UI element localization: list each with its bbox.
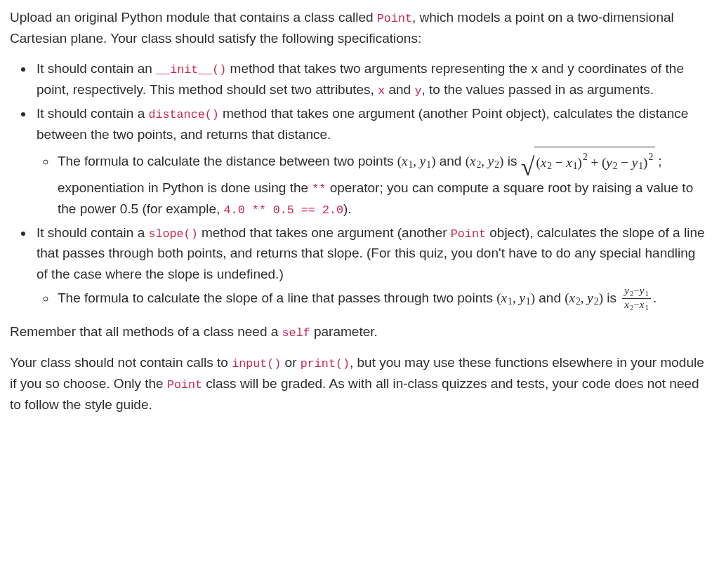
code-print: print() <box>301 357 350 370</box>
spec-distance-formula: The formula to calculate the distance be… <box>56 147 709 220</box>
text: parameter. <box>310 324 378 339</box>
code-distance: distance() <box>149 108 219 121</box>
code-input: input() <box>232 357 281 370</box>
spec-list: It should contain an __init__() method t… <box>10 58 709 312</box>
code-init: __init__() <box>156 63 226 76</box>
text: is <box>503 154 520 168</box>
math-point1: (x1, y1) <box>397 154 436 168</box>
text: Your class should not contain calls to <box>10 355 232 370</box>
text: method that takes one argument (another <box>198 225 451 240</box>
code-y: y <box>414 84 421 98</box>
text: and <box>535 290 565 305</box>
text: It should contain a <box>37 106 149 121</box>
text: The formula to calculate the distance be… <box>58 154 397 168</box>
code-starstar: ** <box>312 182 326 196</box>
text: . <box>653 290 657 305</box>
math-point2b: (x2, y2) <box>565 290 603 305</box>
text: and <box>435 154 465 168</box>
text: The formula to calculate the slope of a … <box>58 290 496 305</box>
text: and <box>385 82 414 97</box>
code-x: x <box>378 84 385 98</box>
spec-slope-formula: The formula to calculate the slope of a … <box>56 286 709 312</box>
code-point-class: Point <box>451 227 486 241</box>
footer-paragraph: Your class should not contain calls to i… <box>10 352 709 415</box>
math-radicand: (x2 − x1)2 + (y2 − y1)2 <box>534 147 655 174</box>
text: ). <box>343 201 352 216</box>
code-sqrt-example: 4.0 ** 0.5 == 2.0 <box>224 203 343 217</box>
math-sqrt: √(x2 − x1)2 + (y2 − y1)2 <box>521 147 656 178</box>
radical-icon: √ <box>521 156 535 178</box>
text: , to the values passed in as arguments. <box>421 82 654 97</box>
text: Remember that all methods of a class nee… <box>10 324 282 339</box>
spec-slope-sublist: The formula to calculate the slope of a … <box>37 286 709 312</box>
text: It should contain a <box>37 225 149 240</box>
spec-init: It should contain an __init__() method t… <box>34 58 709 100</box>
spec-distance: It should contain a distance() method th… <box>34 103 709 219</box>
text: or <box>281 355 300 370</box>
text: is <box>603 290 620 305</box>
spec-distance-sublist: The formula to calculate the distance be… <box>37 147 709 220</box>
code-point-foot: Point <box>167 378 202 392</box>
self-paragraph: Remember that all methods of a class nee… <box>10 321 709 342</box>
code-self: self <box>282 326 310 340</box>
code-point: Point <box>377 12 412 25</box>
math-fraction: y2−y1x2−x1 <box>622 286 651 312</box>
intro-paragraph: Upload an original Python module that co… <box>10 7 709 48</box>
math-point2: (x2, y2) <box>466 154 504 168</box>
math-point1b: (x1, y1) <box>496 290 535 305</box>
text: Upload an original Python module that co… <box>10 10 377 25</box>
spec-slope: It should contain a slope() method that … <box>34 222 709 312</box>
text: It should contain an <box>37 61 156 76</box>
code-slope: slope() <box>149 227 198 241</box>
